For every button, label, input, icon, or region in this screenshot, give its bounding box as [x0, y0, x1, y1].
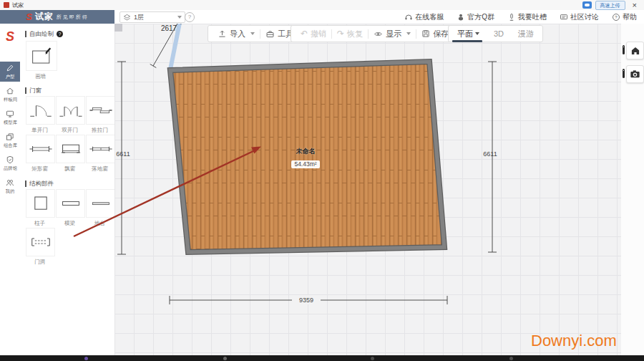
- nav-item-huxing[interactable]: 户型: [0, 62, 20, 82]
- camera-icon: [630, 69, 640, 80]
- nav-item-pinpaiguan[interactable]: 品牌馆: [0, 153, 20, 173]
- nav-item-yangbanjian[interactable]: 样板间: [0, 85, 20, 105]
- tile-label: 地台: [86, 219, 114, 226]
- floor-selector[interactable]: 1层: [119, 11, 185, 23]
- floorplan-canvas[interactable]: 2617 6611 6611 9359: [114, 24, 621, 355]
- display-button[interactable]: 显示: [369, 29, 416, 39]
- view-switcher: 平面 3D 漫游: [448, 25, 543, 42]
- tile-double-door[interactable]: [56, 96, 85, 125]
- sliding-door-icon: [88, 100, 114, 120]
- monitor-icon: [6, 110, 14, 118]
- feedback-icon: [507, 13, 516, 21]
- tab-3d-view[interactable]: 3D: [487, 29, 511, 38]
- tab-roam-view[interactable]: 漫游: [511, 29, 541, 39]
- watermark: Downyi.com: [531, 332, 617, 350]
- tile-label: 飘窗: [56, 165, 84, 172]
- draw-wall-icon: [29, 45, 54, 67]
- tile-column[interactable]: [26, 189, 55, 218]
- component-panel: 自由绘制 ? 画墙 门窗: [20, 24, 115, 355]
- snapshot-button[interactable]: [626, 65, 644, 83]
- double-door-icon: [58, 100, 84, 120]
- dimension-bottom-value: 9359: [299, 297, 313, 304]
- eye-icon: [374, 29, 383, 39]
- section-doors-windows: 门窗: [25, 87, 42, 94]
- chevron-down-icon: [475, 32, 479, 35]
- taskbar-app-icon[interactable]: [223, 357, 227, 360]
- nav-item-mine[interactable]: 我的: [0, 176, 20, 196]
- room-name: 未命名: [273, 147, 338, 156]
- home-icon: [6, 87, 14, 95]
- taskbar-app-icon[interactable]: [371, 357, 374, 360]
- window-title: 试家: [12, 1, 24, 9]
- floor-window-icon: [88, 139, 114, 159]
- undo-icon: ↶: [301, 29, 308, 39]
- panel-handle[interactable]: [623, 69, 625, 78]
- layers-icon: [123, 14, 131, 21]
- badge-icon: [6, 155, 14, 164]
- feedback-link[interactable]: 我要吐槽: [507, 12, 547, 22]
- help-icon: ?: [612, 13, 620, 21]
- dimension-right-value: 6611: [483, 150, 497, 158]
- section-free-draw: 自由绘制 ?: [25, 31, 63, 37]
- tile-floor-window[interactable]: [86, 135, 115, 163]
- toolbox-icon: [265, 29, 275, 39]
- users-icon: [6, 178, 14, 187]
- tile-single-door[interactable]: [26, 96, 55, 125]
- tile-label: 矩形窗: [26, 165, 54, 172]
- redo-button[interactable]: ↷ 恢复: [332, 29, 368, 39]
- tile-label: 落地窗: [86, 165, 114, 172]
- dimension-left: [117, 62, 126, 254]
- nav-item-zuheku[interactable]: 组合库: [0, 130, 20, 150]
- tile-sliding-door[interactable]: [86, 96, 115, 125]
- tile-label: 横梁: [56, 219, 84, 226]
- bay-window-icon: [58, 139, 84, 159]
- svg-text:?: ?: [615, 15, 618, 19]
- tile-door-opening[interactable]: [26, 228, 55, 256]
- floor-selector-value: 1层: [134, 13, 144, 22]
- tile-label: 单开门: [26, 126, 54, 133]
- tile-label: 画墙: [26, 72, 54, 80]
- floor-help-icon[interactable]: ?: [185, 12, 195, 22]
- os-taskbar[interactable]: [0, 355, 644, 361]
- chevron-down-icon: [177, 16, 182, 19]
- redo-icon: ↷: [337, 29, 344, 39]
- tile-label: 双开门: [56, 126, 84, 133]
- section-help-icon[interactable]: ?: [57, 31, 63, 37]
- qq-icon: [457, 13, 465, 21]
- taskbar-app-icon[interactable]: [84, 357, 88, 360]
- platform-icon: [88, 193, 114, 213]
- room-area-badge: 54.43m²: [291, 160, 319, 168]
- nav-item-moxingku[interactable]: 模型库: [0, 107, 20, 127]
- online-support-link[interactable]: 在线客服: [404, 12, 444, 22]
- tile-platform[interactable]: [86, 189, 115, 218]
- headset-icon: [404, 13, 413, 21]
- taskbar-app-icon[interactable]: [509, 357, 513, 360]
- close-button[interactable]: ×: [629, 1, 640, 10]
- community-discussion-link[interactable]: 社区讨论: [560, 12, 599, 22]
- room-label[interactable]: 未命名 54.43m²: [273, 147, 338, 169]
- tile-bay-window[interactable]: [56, 135, 85, 163]
- home-icon: [630, 46, 640, 56]
- undo-button[interactable]: ↶ 撤销: [296, 29, 331, 39]
- floorplan-drawing: 2617 6611 6611 9359: [114, 24, 621, 355]
- save-icon: [421, 29, 430, 38]
- panel-handle[interactable]: [623, 45, 625, 54]
- home-view-button[interactable]: [626, 42, 644, 59]
- app-header: S 试家 所见即所得 1层 ? 在线客服: [0, 10, 644, 24]
- pencil-icon: [6, 64, 14, 72]
- tile-beam[interactable]: [56, 189, 85, 218]
- tile-rect-window[interactable]: [26, 135, 55, 163]
- tile-label: 推拉门: [86, 126, 114, 133]
- header-links: 在线客服 官方Q群 我要吐槽: [404, 10, 637, 24]
- upload-button[interactable]: 高速上传: [595, 1, 625, 10]
- brand-logo: S 试家 所见即所得: [0, 10, 114, 24]
- column-icon: [28, 193, 54, 213]
- cloud-icon: [582, 1, 592, 9]
- import-button[interactable]: 导入: [213, 29, 260, 39]
- tile-draw-wall[interactable]: [26, 41, 57, 71]
- logo-text: 试家: [35, 11, 54, 23]
- discussion-icon: [560, 13, 568, 21]
- official-qq-group-link[interactable]: 官方Q群: [457, 12, 494, 22]
- help-link[interactable]: ? 帮助: [612, 12, 637, 22]
- tab-plan-view[interactable]: 平面: [450, 29, 487, 39]
